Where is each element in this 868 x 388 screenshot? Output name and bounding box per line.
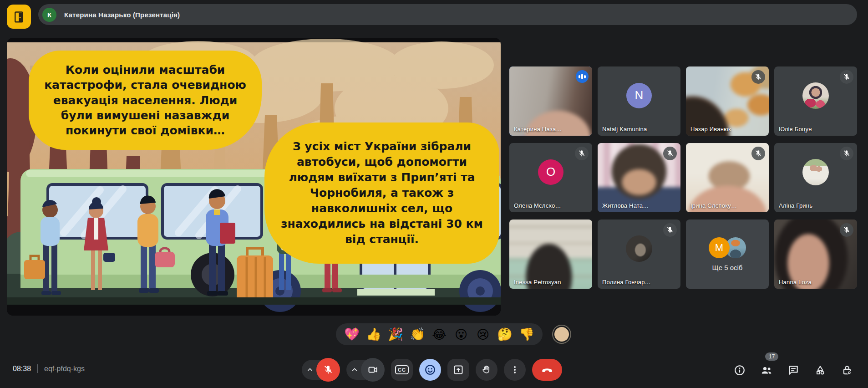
participant-tile-polina[interactable]: Полина Гончар… xyxy=(598,220,680,289)
chevron-up-icon xyxy=(350,365,359,374)
presenter-banner[interactable]: К Катерина Назарько (Презентація) xyxy=(38,4,857,25)
mic-off-icon xyxy=(323,364,334,375)
mic-off-icon xyxy=(751,70,765,84)
videocam-icon xyxy=(367,364,378,375)
reaction-cry[interactable]: 😢 xyxy=(473,325,492,344)
present-screen-button[interactable] xyxy=(447,359,469,381)
participant-name: Житлова Ната… xyxy=(602,202,649,209)
mic-control-group xyxy=(302,358,340,382)
reaction-party[interactable]: 🎉 xyxy=(386,325,405,344)
captions-button[interactable]: CC xyxy=(391,359,413,381)
overflow-avatars: M xyxy=(709,237,746,258)
initial-avatar: M xyxy=(709,237,730,258)
participant-tile-yulia[interactable]: Юлія Боцун xyxy=(774,66,857,136)
participant-name: Аліна Гринь xyxy=(779,202,812,209)
initial-avatar: N xyxy=(626,83,652,108)
participant-tile-nazar[interactable]: Назар Иванюк xyxy=(686,66,769,136)
mic-off-icon xyxy=(663,147,677,160)
reaction-heart[interactable]: 💖 xyxy=(342,325,361,344)
panel-buttons: 17 xyxy=(732,362,855,378)
more-options-button[interactable] xyxy=(504,359,526,381)
reaction-surprised[interactable]: 😮 xyxy=(452,325,471,344)
reactions-bar: 💖 👍 🎉 👏 😂 😮 😢 🤔 👎 xyxy=(336,323,569,345)
more-vertical-icon xyxy=(509,364,520,375)
mic-off-icon xyxy=(663,223,677,237)
people-panel-button[interactable]: 17 xyxy=(759,362,774,378)
participant-name: Катерина Наза… xyxy=(514,126,562,133)
camera-control-group xyxy=(346,358,385,382)
mic-mute-button[interactable] xyxy=(316,358,340,382)
photo-avatar xyxy=(802,159,829,185)
meeting-details-button[interactable] xyxy=(732,362,747,378)
reactions-button[interactable] xyxy=(419,359,441,381)
participant-tile-olena[interactable]: O Олена Мєлєхо… xyxy=(509,143,592,212)
more-participants-label: Ще 5 осіб xyxy=(712,264,743,271)
participant-name: Natalj Kamunina xyxy=(602,126,647,133)
participant-name: Олена Мєлєхо… xyxy=(514,202,561,209)
photo-avatar xyxy=(802,82,829,109)
host-controls-button[interactable] xyxy=(839,362,855,378)
call-controls: CC xyxy=(302,358,562,382)
mic-off-icon xyxy=(840,70,853,84)
meeting-info: 08:38 eqf-pfdq-kgs xyxy=(13,364,85,373)
divider xyxy=(37,364,38,373)
mic-off-icon xyxy=(575,147,589,160)
participant-grid: Катерина Наза… N Natalj Kamunina Назар И… xyxy=(509,66,857,289)
chat-panel-button[interactable] xyxy=(786,362,801,378)
mic-off-icon xyxy=(751,147,765,160)
app-logo[interactable] xyxy=(7,5,31,29)
participant-tile-hanna[interactable]: Hanna Loza xyxy=(774,220,857,289)
raise-hand-button[interactable] xyxy=(476,359,497,381)
participant-name: Юлія Боцун xyxy=(779,126,812,133)
participant-tile-katerina[interactable]: Катерина Наза… xyxy=(509,66,592,136)
mic-off-icon xyxy=(840,223,853,237)
call-end-icon xyxy=(541,364,553,376)
lock-icon xyxy=(841,364,853,376)
reaction-thinking[interactable]: 🤔 xyxy=(495,325,514,344)
camera-toggle-button[interactable] xyxy=(361,358,385,382)
reaction-laugh[interactable]: 😂 xyxy=(430,325,449,344)
participant-name: Hanna Loza xyxy=(779,279,812,286)
present-screen-icon xyxy=(453,364,464,375)
participant-name: Ірина Слєпоку… xyxy=(690,202,737,209)
meeting-code: eqf-pfdq-kgs xyxy=(44,365,85,373)
photo-avatar xyxy=(626,235,652,262)
speech-bubble-2: З усіх міст України зібрали автобуси, що… xyxy=(264,123,499,264)
presenter-avatar: К xyxy=(42,8,56,22)
smiley-icon xyxy=(424,364,436,376)
hand-icon xyxy=(481,364,492,375)
closed-captions-icon: CC xyxy=(395,365,409,374)
more-participants-tile[interactable]: M Ще 5 осіб xyxy=(686,220,769,289)
end-call-button[interactable] xyxy=(532,359,562,381)
reaction-thumbs-down[interactable]: 👎 xyxy=(517,325,536,344)
chat-icon xyxy=(787,364,799,376)
participant-tile-inessa[interactable]: Inessa Petrosyan xyxy=(509,220,592,289)
mic-off-icon xyxy=(840,147,853,160)
participant-tile-iryna[interactable]: Ірина Слєпоку… xyxy=(686,143,769,212)
participant-tile-natalj[interactable]: N Natalj Kamunina xyxy=(598,66,680,136)
activities-icon xyxy=(814,364,826,376)
info-icon xyxy=(734,364,746,376)
reaction-thumbs-up[interactable]: 👍 xyxy=(364,325,383,344)
activities-button[interactable] xyxy=(812,362,828,378)
participant-name: Inessa Petrosyan xyxy=(514,279,561,286)
reaction-clap[interactable]: 👏 xyxy=(408,325,427,344)
skin-tone-selector[interactable] xyxy=(554,327,569,342)
clock-time: 08:38 xyxy=(13,365,31,373)
speech-bubble-1: Коли оцінили масштаби катастрофи, стала … xyxy=(29,51,262,150)
participant-name: Полина Гончар… xyxy=(602,279,651,286)
people-icon xyxy=(760,364,773,377)
presenter-name-label: Катерина Назарько (Презентація) xyxy=(64,11,180,19)
initial-avatar: O xyxy=(538,159,563,185)
participant-name: Назар Иванюк xyxy=(690,126,731,133)
presentation-tile[interactable]: Коли оцінили масштаби катастрофи, стала … xyxy=(7,38,501,316)
participant-count-badge: 17 xyxy=(765,352,778,361)
door-open-icon xyxy=(12,10,26,24)
participant-tile-zhytlova[interactable]: Житлова Ната… xyxy=(598,143,680,212)
speaking-indicator-icon xyxy=(576,70,589,83)
chevron-up-icon xyxy=(305,365,315,374)
participant-tile-alina[interactable]: Аліна Гринь xyxy=(774,143,857,212)
